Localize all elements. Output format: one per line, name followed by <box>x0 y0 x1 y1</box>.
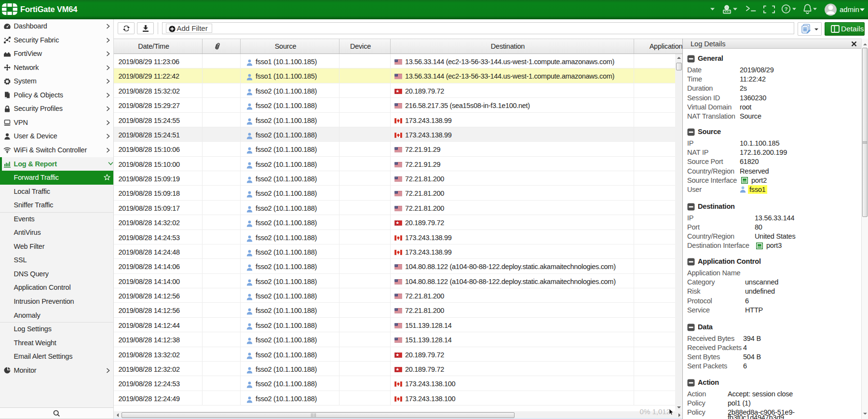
svg-text:?: ? <box>785 6 788 12</box>
